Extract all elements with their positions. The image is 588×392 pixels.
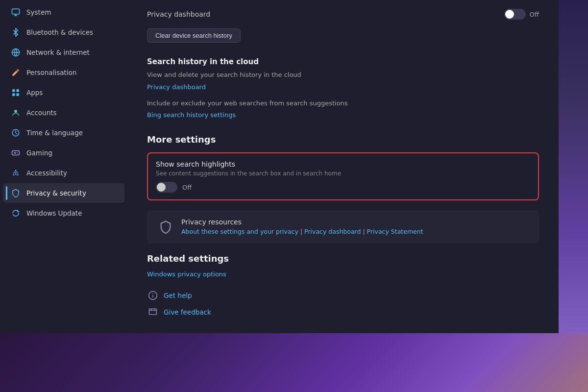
resources-content: Privacy resources About these settings a…: [181, 218, 529, 235]
get-help-label[interactable]: Get help: [164, 292, 192, 299]
sidebar-item-label: System: [26, 8, 51, 16]
sidebar-item-label: Privacy & security: [26, 189, 86, 197]
shield-icon: [157, 218, 174, 236]
include-text: Include or exclude your web searches fro…: [147, 98, 539, 108]
sidebar-item-update[interactable]: Windows Update: [3, 203, 124, 223]
top-toggle-row: Off: [504, 9, 539, 20]
sidebar-item-privacy[interactable]: Privacy & security: [3, 183, 124, 203]
sidebar-item-label: Bluetooth & devices: [26, 28, 93, 36]
help-section: Get help Give feedback: [147, 290, 539, 318]
cloud-section: Search history in the cloud View and del…: [147, 57, 539, 124]
accessibility-icon: [11, 168, 21, 178]
system-icon: [11, 7, 21, 17]
resources-title: Privacy resources: [181, 218, 529, 226]
sidebar-item-accessibility[interactable]: Accessibility: [3, 163, 124, 183]
privacy-resources-card: Privacy resources About these settings a…: [147, 210, 539, 244]
svg-rect-13: [149, 309, 157, 315]
sidebar-item-label: Accessibility: [26, 169, 67, 177]
sidebar-item-gaming[interactable]: Gaming: [3, 143, 124, 163]
bluetooth-icon: [11, 27, 21, 37]
give-feedback-item[interactable]: Give feedback: [147, 306, 539, 318]
show-search-highlights-state-label: Off: [182, 184, 192, 191]
clear-device-search-button[interactable]: Clear device search history: [147, 28, 241, 43]
privacy-dashboard-link[interactable]: Privacy dashboard: [147, 83, 206, 91]
cloud-section-description: View and delete your search history in t…: [147, 70, 539, 80]
sidebar-item-label: Gaming: [26, 149, 52, 157]
show-search-highlights-toggle[interactable]: [156, 182, 177, 193]
sidebar-item-bluetooth[interactable]: Bluetooth & devices: [3, 23, 124, 42]
top-toggle-label: Off: [530, 11, 539, 18]
svg-rect-2: [12, 89, 15, 92]
windows-privacy-link-row: Windows privacy options: [147, 270, 539, 278]
about-settings-link[interactable]: About these settings and your privacy: [181, 228, 298, 235]
windows-privacy-link[interactable]: Windows privacy options: [147, 270, 226, 278]
privacy-statement-link[interactable]: Privacy Statement: [367, 228, 423, 235]
privacy-dashboard-row: Privacy dashboard Off: [147, 5, 539, 24]
top-toggle-knob: [505, 10, 514, 19]
more-settings-area: More settings Show search highlights See…: [147, 134, 539, 200]
right-decoration: [559, 0, 588, 333]
time-icon: [11, 128, 21, 138]
taskbar-area: [0, 333, 588, 392]
sidebar-item-accounts[interactable]: Accounts: [3, 103, 124, 122]
sidebar-item-label: Accounts: [26, 109, 57, 117]
network-icon: [11, 48, 21, 57]
more-settings-header: More settings: [147, 134, 539, 145]
link-separator-2: |: [363, 228, 367, 235]
cloud-section-header: Search history in the cloud: [147, 57, 539, 66]
sidebar-item-personalisation[interactable]: Personalisation: [3, 63, 124, 82]
privacy-icon: [11, 188, 21, 198]
sidebar-item-label: Network & internet: [26, 49, 90, 56]
resources-dashboard-link[interactable]: Privacy dashboard: [304, 228, 361, 235]
give-feedback-icon: [147, 306, 159, 318]
sidebar-item-apps[interactable]: Apps: [3, 83, 124, 102]
svg-point-11: [15, 170, 17, 171]
privacy-dashboard-partial-label: Privacy dashboard: [147, 10, 210, 18]
sidebar-item-label: Windows Update: [26, 209, 82, 217]
get-help-icon: [147, 290, 159, 301]
give-feedback-label[interactable]: Give feedback: [164, 308, 211, 316]
link-separator-1: |: [300, 228, 304, 235]
svg-point-10: [17, 153, 18, 154]
sidebar-item-label: Time & language: [26, 129, 83, 137]
related-settings-section: Related settings Windows privacy options: [147, 253, 539, 278]
sidebar-item-time[interactable]: Time & language: [3, 123, 124, 143]
show-search-highlights-card: Show search highlights See content sugge…: [147, 152, 539, 200]
apps-icon: [11, 88, 21, 98]
show-search-highlights-toggle-row: Off: [156, 182, 530, 193]
show-search-highlights-desc: See content suggestions in the search bo…: [156, 170, 530, 177]
main-content: Privacy dashboard Off Clear device searc…: [127, 0, 559, 333]
show-search-highlights-title: Show search highlights: [156, 160, 530, 168]
svg-rect-3: [17, 89, 19, 92]
top-toggle-switch[interactable]: [504, 9, 526, 20]
sidebar-item-label: Apps: [26, 89, 43, 97]
personalisation-icon: [11, 68, 21, 77]
update-icon: [11, 208, 21, 218]
sidebar-item-network[interactable]: Network & internet: [3, 43, 124, 62]
related-settings-header: Related settings: [147, 253, 539, 264]
svg-rect-5: [17, 94, 19, 96]
svg-point-9: [17, 152, 18, 153]
get-help-item[interactable]: Get help: [147, 290, 539, 301]
show-search-highlights-knob: [157, 183, 166, 192]
sidebar-item-label: Personalisation: [26, 69, 76, 76]
sidebar-item-system[interactable]: System: [3, 2, 124, 22]
svg-rect-0: [12, 9, 20, 14]
svg-rect-4: [12, 94, 15, 96]
svg-point-6: [14, 110, 17, 113]
bing-search-link[interactable]: Bing search history settings: [147, 111, 236, 119]
accounts-icon: [11, 108, 21, 118]
top-section: Privacy dashboard Off Clear device searc…: [147, 0, 539, 52]
gaming-icon: [11, 148, 21, 158]
sidebar: System Bluetooth & devices Network & int…: [0, 0, 127, 333]
resources-links: About these settings and your privacy | …: [181, 228, 529, 235]
